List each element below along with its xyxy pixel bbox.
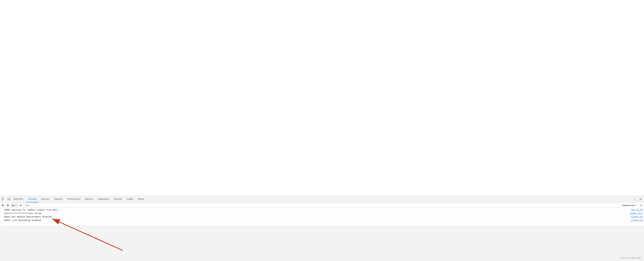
console-log-line-1: [HMR] Waiting for update signal from WDS…: [0, 208, 644, 212]
devtools-tabs-right: [632, 196, 643, 202]
svg-point-6: [634, 198, 635, 198]
svg-rect-5: [9, 199, 10, 200]
svg-point-20: [641, 205, 642, 206]
console-log-source-1[interactable]: log.js:24: [631, 209, 642, 211]
filter-toggle-button[interactable]: [6, 203, 10, 207]
devtools-panel: Elements Console Sources Network Perform…: [0, 196, 644, 261]
default-levels-button[interactable]: Default levels: [621, 204, 638, 206]
browser-content: [0, 0, 644, 196]
watermark: CSDN 专栏大流水大展览: [620, 257, 641, 259]
tab-audits[interactable]: Audits: [124, 196, 135, 202]
svg-point-7: [634, 199, 635, 199]
context-label: top: [12, 204, 14, 206]
tab-security[interactable]: Security: [112, 196, 124, 202]
console-log-source-2[interactable]: index.js:6: [630, 212, 642, 214]
console-log-line-2: test===============dev server index.js:6: [0, 212, 644, 215]
svg-marker-19: [636, 205, 637, 206]
devtools-tabs-bar: Elements Console Sources Network Perform…: [0, 196, 644, 202]
more-tools-icon[interactable]: [632, 196, 638, 202]
console-log-line-4: [WDS] Live Reloading enabled. client:52: [0, 219, 644, 222]
filter-input[interactable]: [24, 203, 620, 207]
context-selector[interactable]: top: [11, 203, 18, 207]
prompt-arrow-icon: ›: [2, 222, 3, 225]
svg-marker-17: [15, 205, 16, 206]
tab-application[interactable]: Application: [96, 196, 112, 202]
console-log-source-4[interactable]: client:52: [631, 219, 642, 221]
console-log-text-3: [WDS] Hot Module Replacement enabled.: [4, 215, 630, 218]
eye-icon-button[interactable]: [18, 203, 23, 207]
inspect-element-icon[interactable]: [1, 196, 6, 202]
clear-console-button[interactable]: [1, 203, 5, 207]
tab-sources[interactable]: Sources: [39, 196, 52, 202]
console-log-text-2: test===============dev server: [4, 212, 628, 214]
console-output: [HMR] Waiting for update signal from WDS…: [0, 208, 644, 226]
console-log-text-4: [WDS] Live Reloading enabled.: [4, 219, 630, 221]
svg-point-18: [20, 205, 21, 206]
tab-memory[interactable]: Memory: [83, 196, 96, 202]
console-log-text-1: [HMR] Waiting for update signal from WDS…: [4, 209, 630, 211]
device-toolbar-icon[interactable]: [6, 196, 12, 202]
svg-rect-0: [2, 198, 3, 199]
console-prompt-line[interactable]: ›: [0, 222, 644, 226]
tab-network[interactable]: Network: [52, 196, 65, 202]
tab-performance[interactable]: Performance: [65, 196, 83, 202]
console-log-source-3[interactable]: client:48: [631, 215, 642, 218]
tab-console[interactable]: Console: [26, 196, 39, 202]
console-toolbar: top Default levels: [0, 202, 644, 208]
console-log-line-3: [WDS] Hot Module Replacement enabled. cl…: [0, 215, 644, 219]
close-devtools-icon[interactable]: [638, 196, 643, 202]
console-settings-button[interactable]: [639, 203, 643, 207]
svg-rect-4: [8, 198, 9, 200]
tab-elements[interactable]: Elements: [12, 196, 26, 202]
svg-point-8: [634, 200, 635, 200]
tab-redux[interactable]: Redux: [136, 196, 147, 202]
